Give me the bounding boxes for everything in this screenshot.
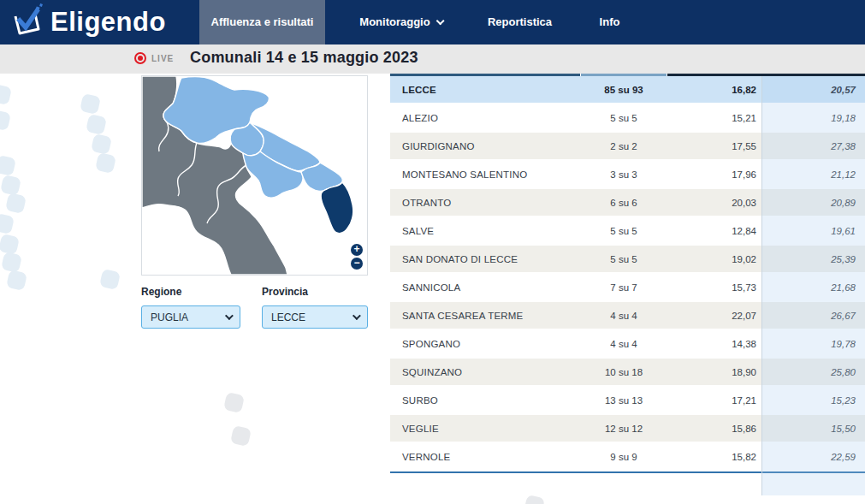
table-row[interactable]: SPONGANO 4 su 4 14,38 19,78 <box>390 330 865 359</box>
chevron-down-icon <box>435 16 444 25</box>
puglia-map[interactable] <box>142 76 367 275</box>
comune-cell: VEGLIE <box>390 424 580 434</box>
header-border-percentuali <box>667 74 865 76</box>
provincia-select[interactable]: LECCE <box>262 305 368 329</box>
puglia-map-panel[interactable]: + − <box>141 75 368 276</box>
sezioni-cell: 5 su 5 <box>580 254 667 264</box>
decorative-square <box>91 133 112 155</box>
decorative-square <box>1 252 22 273</box>
tab-monitoraggio[interactable]: Monitoraggio <box>358 0 443 44</box>
votanti-cell: 17,55 <box>667 141 761 151</box>
table-body: LECCE 85 su 93 16,82 20,57 ALEZIO 5 su 5… <box>390 76 865 471</box>
votanti-prec-cell: 15,50 <box>761 424 865 434</box>
votanti-prec-cell: 20,89 <box>761 198 865 208</box>
top-navbar: Eligendo Affluenza e risultati Monitorag… <box>0 0 865 44</box>
votanti-cell: 16,82 <box>667 85 761 95</box>
votanti-prec-cell: 26,67 <box>761 311 865 321</box>
decorative-square <box>0 155 16 176</box>
table-row[interactable]: VEGLIE 12 su 12 15,86 15,50 <box>390 415 865 443</box>
votanti-prec-cell: 25,80 <box>761 367 865 377</box>
sezioni-cell: 7 su 7 <box>580 282 667 293</box>
table-row[interactable]: SAN DONATO DI LECCE 5 su 5 19,02 25,39 <box>390 246 865 274</box>
votanti-prec-cell: 22,59 <box>761 452 865 462</box>
table-row[interactable]: SQUINZANO 10 su 18 18,90 25,80 <box>390 359 865 387</box>
sezioni-cell: 2 su 2 <box>580 141 667 151</box>
table-bottom-border <box>390 471 865 473</box>
sezioni-cell: 85 su 93 <box>580 85 667 95</box>
decorative-square <box>0 84 12 105</box>
comune-cell: SALVE <box>390 226 580 236</box>
table-row[interactable]: ALEZIO 5 su 5 15,21 19,18 <box>390 104 865 133</box>
tab-info[interactable]: Info <box>586 0 633 44</box>
header-border-sezioni <box>581 74 667 76</box>
votanti-cell: 20,03 <box>667 198 761 208</box>
sezioni-cell: 10 su 18 <box>580 367 667 377</box>
table-row[interactable]: GIURDIGNANO 2 su 2 17,55 27,38 <box>390 133 865 161</box>
votanti-cell: 14,38 <box>667 339 761 349</box>
comune-cell: SURBO <box>390 395 580 406</box>
decorative-square <box>230 425 252 447</box>
decorative-square <box>6 270 27 291</box>
sezioni-cell: 3 su 3 <box>580 169 667 180</box>
table-row[interactable]: SALVE 5 su 5 12,84 19,61 <box>390 217 865 246</box>
decorative-square <box>86 114 107 135</box>
votanti-cell: 17,21 <box>667 395 761 406</box>
votanti-prec-cell: 25,39 <box>761 254 865 264</box>
table-row[interactable]: SANNICOLA 7 su 7 15,73 21,68 <box>390 274 865 302</box>
comune-cell: LECCE <box>390 85 580 95</box>
table-row[interactable]: LECCE 85 su 93 16,82 20,57 <box>390 76 865 104</box>
comune-cell: SPONGANO <box>390 339 580 349</box>
comune-cell: OTRANTO <box>390 198 580 208</box>
table-row[interactable]: OTRANTO 6 su 6 20,03 20,89 <box>390 189 865 217</box>
decorative-square <box>5 193 27 214</box>
map-province-lecce-selected[interactable] <box>321 182 353 234</box>
table-row[interactable]: VERNOLE 9 su 9 15,82 22,59 <box>390 443 865 471</box>
comune-cell: ALEZIO <box>390 113 580 123</box>
zoom-out-icon[interactable]: − <box>351 258 363 270</box>
comune-cell: GIURDIGNANO <box>390 141 580 151</box>
live-label: LIVE <box>151 54 174 63</box>
eligendo-logo-icon <box>10 3 44 41</box>
decorative-square <box>524 495 545 504</box>
votanti-prec-cell: 19,18 <box>761 113 865 123</box>
provincia-select-value: LECCE <box>271 311 305 323</box>
votanti-cell: 17,96 <box>667 169 761 180</box>
affluenza-table: LECCE 85 su 93 16,82 20,57 ALEZIO 5 su 5… <box>390 74 865 473</box>
votanti-prec-cell: 21,68 <box>761 282 865 293</box>
page-title: Comunali 14 e 15 maggio 2023 <box>190 49 418 67</box>
table-header-borders <box>390 74 865 76</box>
votanti-cell: 15,21 <box>667 113 761 123</box>
table-row[interactable]: SURBO 13 su 13 17,21 15,23 <box>390 387 865 415</box>
votanti-prec-cell: 15,23 <box>761 395 865 406</box>
table-row[interactable]: SANTA CESAREA TERME 4 su 4 22,07 26,67 <box>390 302 865 330</box>
brand-name: Eligendo <box>50 7 166 38</box>
votanti-cell: 12,84 <box>667 226 761 236</box>
votanti-cell: 15,73 <box>667 282 761 293</box>
votanti-prec-cell: 19,78 <box>761 339 865 349</box>
chevron-down-icon <box>353 311 361 320</box>
votanti-prec-cell: 19,61 <box>761 226 865 236</box>
comune-cell: SANTA CESAREA TERME <box>390 311 580 321</box>
table-row[interactable]: MONTESANO SALENTINO 3 su 3 17,96 21,12 <box>390 161 865 189</box>
eligendo-logo[interactable]: Eligendo <box>10 5 166 39</box>
sezioni-cell: 13 su 13 <box>580 395 667 406</box>
sezioni-cell: 4 su 4 <box>580 339 667 349</box>
decorative-square <box>0 234 20 255</box>
comune-cell: VERNOLE <box>390 452 580 462</box>
comune-cell: SAN DONATO DI LECCE <box>390 254 580 264</box>
subheader-bar: LIVE Comunali 14 e 15 maggio 2023 <box>0 44 865 74</box>
sezioni-cell: 5 su 5 <box>580 113 667 123</box>
regione-select[interactable]: PUGLIA <box>141 305 240 329</box>
sezioni-cell: 4 su 4 <box>580 311 667 321</box>
zoom-in-icon[interactable]: + <box>351 244 363 256</box>
votanti-prec-cell: 27,38 <box>761 141 865 151</box>
comune-cell: MONTESANO SALENTINO <box>390 169 580 180</box>
votanti-prec-cell: 21,12 <box>761 169 865 180</box>
tab-affluenza-e-risultati[interactable]: Affluenza e risultati <box>199 0 325 44</box>
decorative-square <box>223 392 245 413</box>
votanti-cell: 19,02 <box>667 254 761 264</box>
chevron-down-icon <box>225 311 234 320</box>
sezioni-cell: 6 su 6 <box>580 198 667 208</box>
tab-reportistica[interactable]: Reportistica <box>479 0 560 44</box>
decorative-square <box>99 269 121 290</box>
